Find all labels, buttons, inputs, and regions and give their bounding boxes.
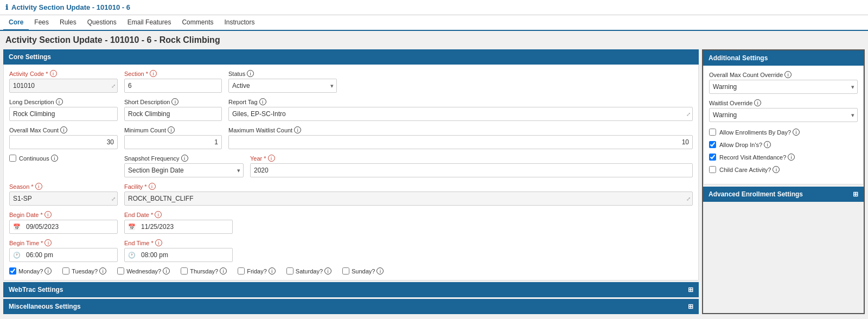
misc-settings-header[interactable]: Miscellaneous Settings ⊞ xyxy=(3,299,699,314)
begin-date-calendar-icon: 📅 xyxy=(13,224,21,231)
webtrac-settings-header[interactable]: WebTrac Settings ⊞ xyxy=(3,282,699,297)
allow-drop-ins-checkbox[interactable] xyxy=(709,141,716,148)
report-tag-input[interactable] xyxy=(228,107,693,121)
snapshot-freq-label: Snapshot Frequency i xyxy=(124,155,244,162)
friday-checkbox[interactable] xyxy=(238,267,245,275)
season-info-icon: i xyxy=(35,183,42,190)
overall-max-override-info-icon: i xyxy=(784,71,792,78)
friday-label: Friday? i xyxy=(247,267,276,275)
page-title: Activity Section Update - 101010 - 6 - R… xyxy=(0,31,868,49)
facility-input[interactable] xyxy=(124,192,693,206)
day-sunday: Sunday? i xyxy=(342,267,384,275)
allow-enrollments-by-day-checkbox[interactable] xyxy=(709,129,716,136)
nav-tabs: Core Fees Rules Questions Email Features… xyxy=(0,15,868,31)
tuesday-info-icon: i xyxy=(99,267,106,275)
long-desc-input[interactable] xyxy=(9,107,118,121)
overall-max-override-select[interactable]: Warning None Error xyxy=(709,80,858,94)
additional-settings-title: Additional Settings xyxy=(709,54,768,62)
long-desc-group: Long Description i xyxy=(9,98,118,121)
status-select[interactable]: Active Inactive Cancelled xyxy=(228,79,337,93)
activity-code-group: Activity Code * i ⤢ xyxy=(9,70,118,93)
tab-email-features[interactable]: Email Features xyxy=(122,15,177,31)
allow-enrollments-by-day-row: Allow Enrollments By Day? i xyxy=(709,129,858,136)
short-desc-label: Short Description i xyxy=(124,98,222,105)
activity-code-label: Activity Code * i xyxy=(9,70,118,77)
season-input[interactable] xyxy=(9,192,118,206)
additional-settings-header: Additional Settings xyxy=(703,50,864,66)
monday-checkbox[interactable] xyxy=(9,267,16,275)
allow-drop-ins-label: Allow Drop In's? i xyxy=(719,141,771,148)
short-desc-input[interactable] xyxy=(124,107,222,121)
monday-label: Monday? i xyxy=(18,267,52,275)
max-waitlist-info-icon: i xyxy=(294,126,301,133)
wednesday-info-icon: i xyxy=(163,267,170,275)
status-info-icon: i xyxy=(247,70,254,77)
child-care-activity-label: Child Care Activity? i xyxy=(719,166,780,173)
saturday-checkbox[interactable] xyxy=(286,267,293,275)
season-expand-icon[interactable]: ⤢ xyxy=(111,196,116,202)
allow-drop-ins-setting: Allow Drop In's? i xyxy=(709,141,858,148)
short-desc-info-icon: i xyxy=(171,98,178,105)
end-date-label: End Date * i xyxy=(124,211,233,218)
end-date-input[interactable] xyxy=(138,221,229,233)
child-care-activity-checkbox[interactable] xyxy=(709,166,716,173)
snapshot-freq-select[interactable]: Section Begin Date Weekly Monthly xyxy=(124,163,244,177)
day-friday: Friday? i xyxy=(238,267,276,275)
end-time-wrap[interactable]: 🕐 xyxy=(124,248,233,262)
end-time-clock-icon: 🕐 xyxy=(128,252,136,259)
tab-instructors[interactable]: Instructors xyxy=(219,15,260,31)
tuesday-checkbox[interactable] xyxy=(62,267,69,275)
core-settings-body: Activity Code * i ⤢ Section * i xyxy=(3,65,699,280)
min-count-input[interactable] xyxy=(124,135,222,149)
facility-group: Facility * i ⤢ xyxy=(124,183,693,206)
tab-core[interactable]: Core xyxy=(3,15,29,31)
tab-questions[interactable]: Questions xyxy=(82,15,122,31)
end-date-calendar-icon: 📅 xyxy=(128,224,136,231)
overall-max-label: Overall Max Count i xyxy=(9,126,118,133)
begin-date-wrap[interactable]: 📅 xyxy=(9,220,118,234)
monday-info-icon: i xyxy=(44,267,52,275)
end-date-wrap[interactable]: 📅 xyxy=(124,220,233,234)
section-info-icon: i xyxy=(150,70,157,77)
begin-date-input[interactable] xyxy=(23,221,114,233)
friday-info-icon: i xyxy=(269,267,276,275)
end-date-info-icon: i xyxy=(155,211,162,218)
max-waitlist-group: Maximum Waitlist Count i xyxy=(228,126,693,149)
advanced-enrollment-header[interactable]: Advanced Enrollment Settings ⊞ xyxy=(703,187,864,202)
tuesday-label: Tuesday? i xyxy=(72,267,106,275)
min-count-label: Minimum Count i xyxy=(124,126,222,133)
long-desc-label: Long Description i xyxy=(9,98,118,105)
section-input[interactable] xyxy=(124,79,222,93)
activity-code-input[interactable] xyxy=(9,79,118,93)
record-visit-attendance-checkbox[interactable] xyxy=(709,154,716,161)
sunday-checkbox[interactable] xyxy=(342,267,349,275)
waitlist-override-select[interactable]: Warning None Error xyxy=(709,108,858,122)
thursday-checkbox[interactable] xyxy=(181,267,188,275)
end-time-info-icon: i xyxy=(155,239,162,246)
continuous-checkbox[interactable] xyxy=(9,155,16,162)
wednesday-checkbox[interactable] xyxy=(117,267,124,275)
overall-max-input[interactable] xyxy=(9,135,118,149)
facility-expand-icon[interactable]: ⤢ xyxy=(686,196,691,202)
max-waitlist-input[interactable] xyxy=(228,135,693,149)
begin-time-input[interactable] xyxy=(23,249,114,261)
activity-code-expand-icon[interactable]: ⤢ xyxy=(111,83,116,89)
report-tag-expand-icon[interactable]: ⤢ xyxy=(686,111,691,117)
report-tag-label: Report Tag i xyxy=(228,98,693,105)
day-thursday: Thursday? i xyxy=(181,267,227,275)
continuous-label: Continuous i xyxy=(19,155,58,162)
record-visit-attendance-info-icon: i xyxy=(788,154,795,161)
min-count-info-icon: i xyxy=(168,126,175,133)
section-label: Section * i xyxy=(124,70,222,77)
begin-time-wrap[interactable]: 🕐 xyxy=(9,248,118,262)
end-time-input[interactable] xyxy=(138,249,229,261)
tab-rules[interactable]: Rules xyxy=(54,15,82,31)
tab-comments[interactable]: Comments xyxy=(176,15,219,31)
waitlist-override-group: Waitlist Override i Warning None Error xyxy=(709,99,858,122)
sunday-info-icon: i xyxy=(376,267,384,275)
begin-time-info-icon: i xyxy=(44,239,52,246)
report-tag-info-icon: i xyxy=(259,98,266,105)
tab-fees[interactable]: Fees xyxy=(29,15,54,31)
year-input[interactable] xyxy=(250,163,693,177)
day-monday: Monday? i xyxy=(9,267,52,275)
